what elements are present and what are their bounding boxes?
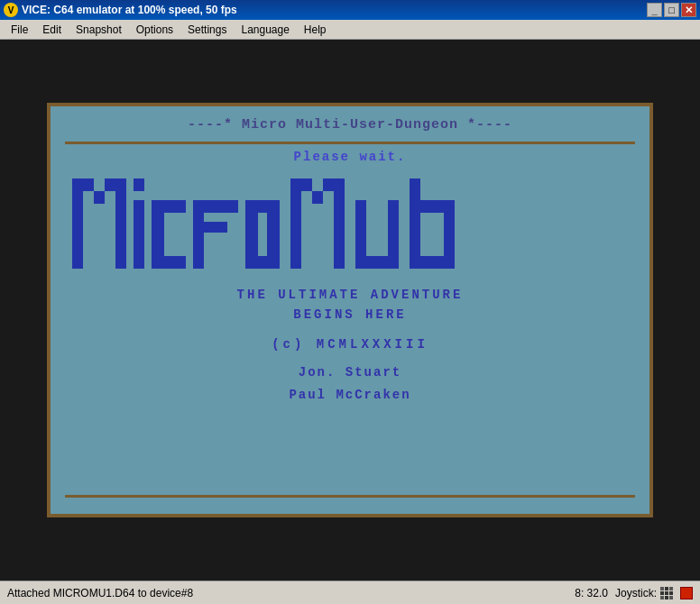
svg-rect-18 xyxy=(290,178,301,269)
joy-dot-tc xyxy=(665,587,668,590)
svg-rect-13 xyxy=(204,222,227,233)
svg-rect-9 xyxy=(152,256,186,269)
joy-dot-bl xyxy=(660,596,664,599)
close-button[interactable]: ✕ xyxy=(681,3,696,17)
logo-area: .logo-char { fill: #2233aa; } xyxy=(65,175,635,274)
svg-rect-12 xyxy=(227,200,238,213)
menu-language[interactable]: Language xyxy=(234,22,296,38)
joystick-label: Joystick: xyxy=(615,587,657,599)
svg-rect-4 xyxy=(115,178,126,269)
joy-dot-br xyxy=(669,596,673,599)
title-buttons: _ □ ✕ xyxy=(647,3,696,17)
joy-dot-tr xyxy=(669,587,673,590)
svg-rect-25 xyxy=(355,256,399,269)
joy-dot-mr xyxy=(669,591,673,595)
joy-dot-ml xyxy=(660,591,664,595)
svg-rect-6 xyxy=(134,200,144,269)
svg-rect-19 xyxy=(301,178,312,191)
svg-rect-26 xyxy=(410,178,420,269)
window-title: VICE: C64 emulator at 100% speed, 50 fps xyxy=(22,4,237,16)
credit-text: Jon. Stuart Paul McCraken xyxy=(289,361,410,407)
menu-options[interactable]: Options xyxy=(129,22,180,38)
svg-rect-21 xyxy=(323,178,334,191)
device-number: 8: 32.0 xyxy=(575,587,608,599)
joy-dot-mc xyxy=(665,591,668,595)
svg-rect-0 xyxy=(72,178,83,269)
menu-file[interactable]: File xyxy=(4,22,35,38)
joy-dot-tl xyxy=(660,587,664,590)
c64-screen: ----* Micro Multi-User-Dungeon *---- Ple… xyxy=(47,103,653,517)
joystick-area: Joystick: xyxy=(615,587,673,599)
title-bar-left: V VICE: C64 emulator at 100% speed, 50 f… xyxy=(4,3,237,17)
svg-rect-22 xyxy=(334,178,345,269)
title-bar: V VICE: C64 emulator at 100% speed, 50 f… xyxy=(0,0,700,20)
svg-rect-27 xyxy=(420,200,444,213)
svg-rect-20 xyxy=(312,191,323,204)
micromud-logo: .logo-char { fill: #2233aa; } xyxy=(70,175,630,274)
svg-rect-11 xyxy=(204,200,227,213)
header-line: ----* Micro Multi-User-Dungeon *---- xyxy=(65,117,635,133)
svg-rect-1 xyxy=(83,178,94,191)
svg-rect-29 xyxy=(420,256,444,269)
joy-dot-bc xyxy=(665,596,668,599)
please-wait-text: Please wait. xyxy=(294,150,407,164)
menu-edit[interactable]: Edit xyxy=(35,22,69,38)
svg-rect-5 xyxy=(134,178,144,191)
led-indicator xyxy=(680,587,693,599)
svg-rect-17 xyxy=(245,256,280,269)
menu-snapshot[interactable]: Snapshot xyxy=(69,22,129,38)
menu-help[interactable]: Help xyxy=(297,22,334,38)
svg-rect-28 xyxy=(444,200,455,269)
status-text: Attached MICROMU1.D64 to device#8 xyxy=(7,587,193,599)
top-border-line xyxy=(65,142,635,144)
svg-rect-2 xyxy=(94,191,105,204)
minimize-button[interactable]: _ xyxy=(647,3,662,17)
c64-display: ----* Micro Multi-User-Dungeon *---- Ple… xyxy=(51,106,649,514)
menu-bar: File Edit Snapshot Options Settings Lang… xyxy=(0,20,700,40)
menu-settings[interactable]: Settings xyxy=(180,22,234,38)
status-bar: Attached MICROMU1.D64 to device#8 8: 32.… xyxy=(0,581,700,604)
maximize-button[interactable]: □ xyxy=(664,3,679,17)
body-text-line1: THE ULTIMATE ADVENTURE BEGINS HERE xyxy=(237,285,464,325)
bottom-border-line xyxy=(65,495,635,498)
svg-rect-10 xyxy=(193,200,204,269)
svg-rect-3 xyxy=(105,178,115,191)
joystick-icon xyxy=(660,587,673,599)
copyright-text: (c) MCMLXXXIII xyxy=(272,334,428,354)
status-right: 8: 32.0 Joystick: xyxy=(575,587,693,599)
emulator-area: ----* Micro Multi-User-Dungeon *---- Ple… xyxy=(0,40,700,581)
app-icon: V xyxy=(4,3,18,17)
